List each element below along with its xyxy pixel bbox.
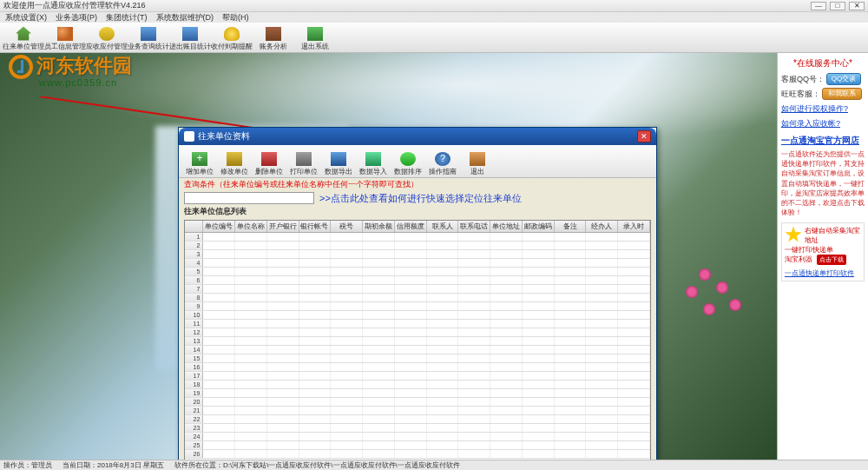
toolbar-icon	[141, 27, 156, 41]
column-header[interactable]: 经办人	[586, 221, 618, 232]
dialog-tb-icon	[227, 152, 242, 166]
toolbar-6[interactable]: 账务分析	[253, 23, 294, 52]
column-header[interactable]: 邮政编码	[523, 221, 555, 232]
search-input[interactable]	[184, 192, 314, 204]
table-row[interactable]: 7	[185, 285, 650, 294]
dialog-tb-3[interactable]: 打印单位	[286, 147, 321, 176]
dialog-tb-icon	[400, 152, 416, 166]
column-header[interactable]: 期初余额	[363, 221, 395, 232]
table-row[interactable]: 16	[185, 363, 650, 372]
column-header[interactable]: 单位名称	[235, 221, 267, 232]
table-row[interactable]: 22	[185, 415, 650, 424]
dialog-icon	[184, 131, 194, 142]
wangwang-button[interactable]: 和我联系	[822, 88, 862, 100]
qq-chat-button[interactable]: QQ交谈	[826, 73, 861, 85]
dialog-close-button[interactable]: ✕	[637, 130, 651, 142]
dialog-tb-0[interactable]: 增加单位	[182, 147, 217, 176]
table-row[interactable]: 17	[185, 372, 650, 381]
toolbar-icon	[16, 27, 31, 41]
toolbar-icon	[307, 27, 323, 41]
toolbar-5[interactable]: 收付到期提醒	[211, 23, 253, 52]
table-row[interactable]: 12	[185, 328, 650, 337]
table-row[interactable]: 11	[185, 320, 650, 328]
table-row[interactable]: 5	[185, 268, 650, 276]
table-row[interactable]: 3	[185, 250, 650, 259]
dialog-toolbar: 增加单位修改单位删除单位打印单位数据导出数据导入数据排序操作指南退出	[179, 145, 656, 178]
table-row[interactable]: 18	[185, 381, 650, 389]
quick-locate-link[interactable]: >>点击此处查看如何进行快速选择定位往来单位	[319, 192, 522, 205]
dialog-tb-icon	[192, 152, 207, 166]
table-row[interactable]: 9	[185, 302, 650, 311]
menu-data[interactable]: 系统数据维护(D)	[156, 12, 214, 23]
toolbar-icon	[99, 27, 115, 41]
dialog-tb-icon	[470, 152, 485, 166]
dialog-tb-1[interactable]: 修改单位	[217, 147, 252, 176]
column-header[interactable]: 单位地址	[490, 221, 523, 232]
dialog-tb-4[interactable]: 数据导出	[321, 147, 356, 176]
column-header[interactable]: 录入时	[618, 221, 650, 232]
qq-label: 客服QQ号：	[781, 74, 825, 85]
table-row[interactable]: 24	[185, 433, 650, 441]
column-header[interactable]: 联系电话	[458, 221, 490, 232]
list-label: 往来单位信息列表	[179, 206, 656, 218]
taobao-shop-link[interactable]: 一点通淘宝官方网店	[781, 135, 865, 147]
column-header[interactable]: 银行帐号	[299, 221, 332, 232]
status-operator: 操作员：管理员	[3, 460, 52, 470]
column-header[interactable]: 开户银行	[267, 221, 299, 232]
table-row[interactable]: 2	[185, 242, 650, 250]
table-row[interactable]: 14	[185, 346, 650, 354]
maximize-button[interactable]: □	[830, 2, 845, 10]
table-row[interactable]: 8	[185, 294, 650, 302]
column-header[interactable]: 单位编号	[203, 221, 235, 232]
menu-system[interactable]: 系统设置(X)	[5, 12, 47, 23]
column-header[interactable]: 联系人	[427, 221, 459, 232]
table-row[interactable]: 23	[185, 424, 650, 433]
dialog-tb-8[interactable]: 退出	[460, 147, 495, 176]
close-button[interactable]: ✕	[849, 2, 865, 10]
ad-box: 右键自动采集淘宝地址 一键打印快递单 淘宝利器 点击下载 一点通快递单打印软件	[781, 222, 865, 281]
wangwang-label: 旺旺客服：	[781, 89, 820, 100]
watermark-url: www.pc0359.cn	[39, 77, 117, 88]
toolbar-4[interactable]: 进出账目统计	[169, 23, 211, 52]
main-toolbar: 往来单位管理员工信息管理应收应付管理业务查询统计进出账目统计收付到期提醒账务分析…	[0, 23, 868, 53]
ad-product-link[interactable]: 一点通快递单打印软件	[785, 268, 861, 278]
dialog-tb-5[interactable]: 数据导入	[356, 147, 391, 176]
toolbar-icon	[224, 27, 240, 41]
minimize-button[interactable]: —	[811, 2, 826, 10]
column-header[interactable]: 备注	[555, 221, 587, 232]
table-row[interactable]: 4	[185, 259, 650, 268]
dialog-title-bar[interactable]: 往来单位资料 ✕	[179, 128, 656, 145]
table-row[interactable]: 1	[185, 233, 650, 242]
table-row[interactable]: 6	[185, 276, 650, 285]
toolbar-0[interactable]: 往来单位管理	[3, 23, 44, 52]
table-row[interactable]: 26	[185, 450, 650, 459]
table-row[interactable]: 10	[185, 311, 650, 320]
dialog-tb-2[interactable]: 删除单位	[252, 147, 286, 176]
service-panel: *在线服务中心* 客服QQ号：QQ交谈 旺旺客服：和我联系 如何进行授权操作? …	[777, 53, 868, 460]
toolbar-1[interactable]: 员工信息管理	[44, 23, 86, 52]
menu-help[interactable]: 帮助(H)	[222, 12, 249, 23]
toolbar-3[interactable]: 业务查询统计	[128, 23, 169, 52]
table-row[interactable]: 21	[185, 407, 650, 415]
toolbar-7[interactable]: 退出系统	[294, 23, 336, 52]
service-title: *在线服务中心*	[781, 57, 865, 70]
watermark-brand: 河东软件园	[9, 53, 132, 79]
column-header[interactable]: 税号	[331, 221, 363, 232]
menu-group[interactable]: 集团统计(T)	[106, 12, 148, 23]
dialog-title: 往来单位资料	[198, 130, 637, 142]
menu-business[interactable]: 业务选项(P)	[56, 12, 97, 23]
table-row[interactable]: 20	[185, 398, 650, 407]
help-link-receivable[interactable]: 如何录入应收帐?	[781, 118, 865, 129]
table-row[interactable]: 13	[185, 337, 650, 346]
unit-grid[interactable]: 单位编号单位名称开户银行银行帐号税号期初余额信用额度联系人联系电话单位地址邮政编…	[184, 220, 651, 460]
table-row[interactable]: 25	[185, 441, 650, 450]
dialog-tb-6[interactable]: 数据排序	[391, 147, 425, 176]
toolbar-icon	[182, 27, 198, 41]
help-link-auth[interactable]: 如何进行授权操作?	[781, 103, 865, 115]
download-button[interactable]: 点击下载	[817, 255, 846, 265]
table-row[interactable]: 15	[185, 354, 650, 363]
table-row[interactable]: 19	[185, 389, 650, 398]
toolbar-2[interactable]: 应收应付管理	[86, 23, 128, 52]
dialog-tb-7[interactable]: 操作指南	[425, 147, 460, 176]
column-header[interactable]: 信用额度	[395, 221, 427, 232]
